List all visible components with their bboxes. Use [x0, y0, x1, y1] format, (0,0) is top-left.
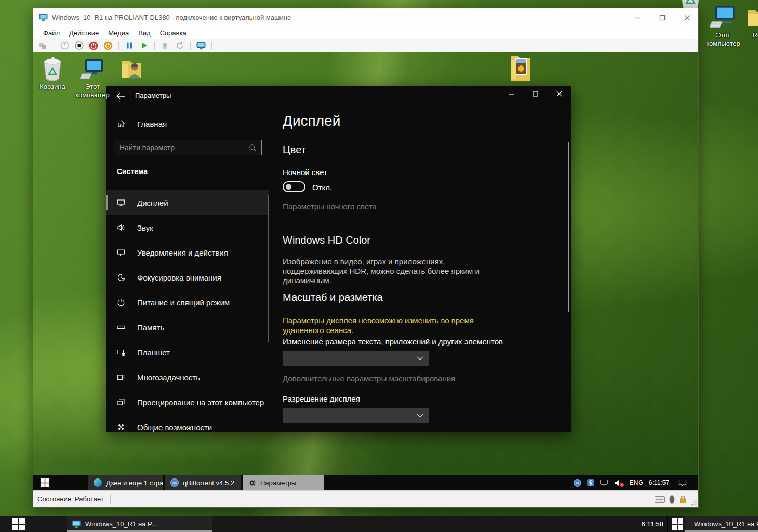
taskbar-button-settings[interactable]: Параметры: [243, 475, 324, 490]
turn-off-icon[interactable]: [73, 41, 85, 51]
maximize-icon: [533, 91, 538, 97]
advanced-scaling-link[interactable]: Дополнительные параметры масштабирования: [283, 374, 455, 383]
guest-pictures-folder-icon[interactable]: [497, 53, 544, 83]
this-pc-icon: [710, 3, 737, 30]
host-taskbar-button-vmconnect-monitor2[interactable]: Windows_10_R1 на P...: [685, 516, 758, 532]
taskbar-button-qbittorrent[interactable]: qb qBittorrent v4.5.2: [165, 475, 241, 490]
checkpoint-icon[interactable]: [159, 41, 171, 51]
minimize-icon: [509, 91, 514, 97]
power-icon: [117, 298, 125, 307]
scale-dropdown[interactable]: [283, 351, 429, 366]
settings-close-button[interactable]: [547, 86, 571, 101]
host-taskbar-button-vmconnect[interactable]: Windows_10_R1 на P...: [67, 516, 212, 532]
toggle-knob: [286, 184, 291, 190]
desktop-icon-label: Ror: [740, 31, 758, 39]
hdr-heading: Windows HD Color: [283, 234, 370, 246]
host-desktop: Этот компьютер Ror Windows_10_R1 на PROL…: [0, 0, 758, 532]
windows-start-icon: [12, 518, 25, 530]
settings-minimize-button[interactable]: [499, 86, 523, 101]
vm-window-titlebar[interactable]: Windows_10_R1 на PROLIANT-DL380 - подклю…: [33, 8, 698, 26]
guest-desktop: Корзина Этот компьютер: [33, 52, 698, 490]
pause-icon[interactable]: [124, 41, 135, 51]
language-indicator[interactable]: ENG: [630, 479, 643, 486]
sidebar-item-display[interactable]: Дисплей: [106, 190, 269, 215]
resize-grip[interactable]: [690, 499, 697, 506]
taskbar-button-edge[interactable]: Дзен и еще 1 страни...: [88, 475, 163, 490]
guest-user-folder-icon[interactable]: [108, 57, 155, 82]
night-light-state: Откл.: [312, 183, 332, 192]
night-light-settings-link[interactable]: Параметры ночного света: [283, 202, 377, 211]
back-arrow-icon: [116, 92, 126, 100]
start-vm-icon[interactable]: [138, 41, 150, 51]
projecting-icon: [117, 398, 125, 406]
volume-muted-icon[interactable]: ✕: [615, 479, 624, 487]
vm-status-text: Состояние: Работает: [37, 494, 111, 504]
content-scrollbar[interactable]: [568, 142, 569, 312]
power-disabled-icon[interactable]: [59, 41, 70, 51]
tablet-icon: [117, 348, 125, 356]
windows-start-icon: [41, 478, 49, 487]
sidebar-item-power-sleep[interactable]: Питание и спящий режим: [106, 290, 269, 315]
vm-connection-window: Windows_10_R1 на PROLIANT-DL380 - подклю…: [33, 8, 699, 508]
action-center-icon[interactable]: [678, 479, 687, 487]
vm-statusbar: Состояние: Работает: [33, 490, 698, 507]
sidebar-item-multitasking[interactable]: Многозадачность: [106, 365, 269, 390]
vm-maximize-button[interactable]: [657, 12, 668, 23]
sidebar-item-shared-experiences[interactable]: Общие возможности: [106, 415, 269, 432]
mouse-status-icon: [669, 495, 675, 504]
resolution-label: Разрешение дисплея: [283, 394, 360, 403]
night-light-toggle[interactable]: [283, 181, 305, 192]
sidebar-item-tablet[interactable]: Планшет: [106, 340, 269, 365]
sidebar-scrollbar[interactable]: [268, 195, 269, 342]
host-start-button[interactable]: [6, 516, 31, 532]
toolbar-separator: [118, 42, 119, 50]
text-caret: [118, 143, 118, 152]
guest-clock[interactable]: 6:11:57: [649, 479, 669, 486]
ctrl-alt-del-icon[interactable]: [37, 41, 49, 51]
revert-icon[interactable]: [174, 41, 185, 51]
shared-experiences-icon: [117, 423, 125, 431]
search-icon: [249, 144, 257, 152]
maximize-icon: [659, 15, 666, 21]
windows-start-icon: [672, 518, 683, 530]
bluetooth-icon[interactable]: [587, 479, 594, 486]
sidebar-item-focus-assist[interactable]: Фокусировка внимания: [106, 265, 269, 290]
vm-close-button[interactable]: [682, 12, 693, 23]
settings-maximize-button[interactable]: [523, 86, 547, 101]
hdr-description: Изображение в видео, играх и приложениях…: [283, 257, 507, 285]
sidebar-item-notifications[interactable]: Уведомления и действия: [106, 240, 269, 265]
search-input[interactable]: [114, 143, 249, 152]
moon-icon: [117, 273, 125, 282]
menu-media[interactable]: Медиа: [103, 28, 134, 38]
scale-label: Изменение размера текста, приложений и д…: [283, 337, 503, 346]
sidebar-item-storage[interactable]: Память: [106, 315, 269, 340]
pictures-folder-icon: [509, 53, 533, 83]
shut-down-icon[interactable]: [88, 41, 99, 51]
host-this-pc-icon[interactable]: Этот компьютер: [700, 3, 746, 48]
toolbar-separator: [54, 42, 54, 50]
host-clock[interactable]: 6:11:58: [616, 516, 663, 532]
host-user-folder-icon[interactable]: Ror: [740, 5, 758, 39]
menu-action[interactable]: Действие: [64, 28, 103, 38]
enhanced-session-icon[interactable]: [195, 41, 207, 51]
menu-view[interactable]: Вид: [134, 28, 155, 38]
vm-minimize-button[interactable]: [632, 12, 643, 23]
sidebar-item-projecting[interactable]: Проецирование на этот компьютер: [106, 390, 269, 415]
qbittorrent-tray-icon[interactable]: qb: [574, 479, 581, 487]
close-icon: [684, 15, 690, 21]
storage-icon: [117, 323, 125, 331]
user-folder-icon: [119, 57, 144, 82]
network-icon[interactable]: [600, 479, 609, 487]
notifications-icon: [117, 248, 125, 257]
folder-icon: [746, 5, 758, 30]
menu-file[interactable]: Файл: [38, 28, 64, 38]
night-light-label: Ночной свет: [283, 168, 327, 177]
resolution-dropdown[interactable]: [283, 408, 429, 423]
menu-help[interactable]: Справка: [155, 28, 191, 38]
guest-start-button[interactable]: [33, 475, 56, 490]
sidebar-item-home[interactable]: Главная: [106, 111, 269, 136]
save-state-icon[interactable]: [102, 41, 114, 51]
sidebar-item-sound[interactable]: Звук: [106, 215, 269, 240]
keyboard-status-icon: [655, 496, 665, 503]
guest-taskbar: Дзен и еще 1 страни... qb qBittorrent v4…: [33, 475, 698, 490]
